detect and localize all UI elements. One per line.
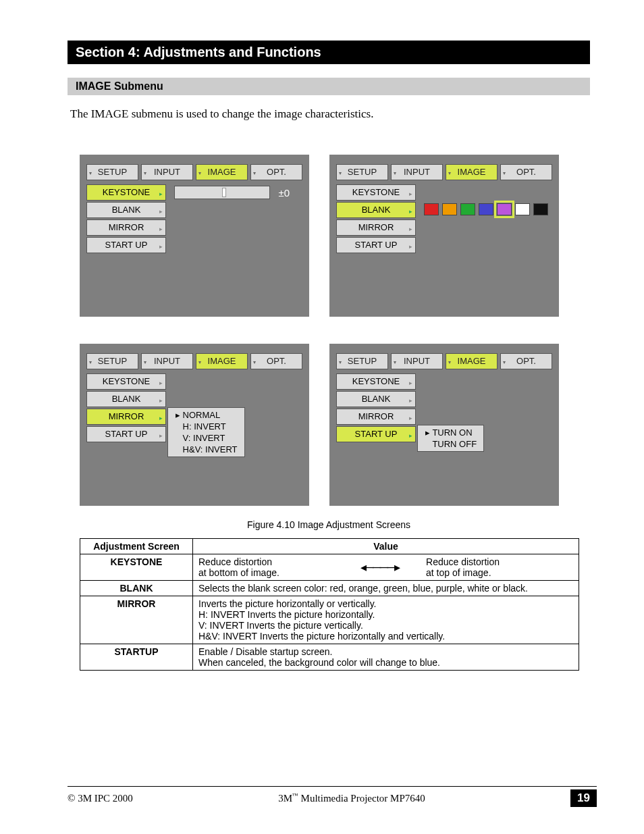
- menu-blank-label: BLANK: [362, 205, 391, 215]
- chevron-right-icon: ▸: [159, 204, 163, 219]
- cursor-icon: ▸: [425, 427, 430, 438]
- swatch-purple[interactable]: [497, 203, 512, 215]
- chevron-right-icon: ▸: [159, 221, 163, 236]
- mirror-option-label: H&V: INVERT: [180, 444, 238, 454]
- tab-setup[interactable]: SETUP: [86, 353, 138, 369]
- menu-keystone-label: KEYSTONE: [352, 376, 400, 386]
- row-startup-label: STARTUP: [80, 644, 193, 671]
- menu-keystone-label: KEYSTONE: [352, 187, 400, 197]
- swatch-white[interactable]: [515, 203, 530, 215]
- menu-blank[interactable]: BLANK▸: [336, 202, 416, 218]
- mirror-submenu[interactable]: ▸ NORMAL H: INVERT V: INVERT H&V: INVERT: [167, 407, 245, 457]
- mirror-option-label: V: INVERT: [180, 433, 225, 443]
- keystone-left-top: Reduce distortion: [198, 556, 333, 567]
- blank-color-row: [424, 203, 548, 215]
- panel-keystone: SETUP INPUT IMAGE OPT. KEYSTONE▸ BLANK▸ …: [80, 155, 309, 317]
- panel-mirror: SETUP INPUT IMAGE OPT. KEYSTONE▸ BLANK▸ …: [80, 344, 309, 506]
- menu-startup-label: START UP: [105, 240, 148, 250]
- tab-opt[interactable]: OPT.: [500, 353, 552, 369]
- table-row: BLANK Selects the blank screen color: re…: [80, 581, 579, 596]
- menu-startup-label: START UP: [355, 240, 398, 250]
- swatch-red[interactable]: [424, 203, 439, 215]
- menu-blank[interactable]: BLANK▸: [86, 391, 166, 407]
- chevron-right-icon: ▸: [159, 428, 163, 443]
- row-blank-label: BLANK: [80, 581, 193, 596]
- chevron-right-icon: ▸: [409, 375, 412, 390]
- menu-mirror[interactable]: MIRROR▸: [336, 409, 416, 425]
- chevron-right-icon: ▸: [409, 186, 412, 201]
- menu-keystone[interactable]: KEYSTONE▸: [86, 373, 166, 390]
- keystone-left-bot: at bottom of image.: [198, 567, 333, 578]
- menu-startup[interactable]: START UP▸: [86, 426, 166, 442]
- keystone-value: ±0: [278, 187, 290, 199]
- menu-startup[interactable]: START UP▸: [86, 237, 166, 253]
- page-footer: © 3M IPC 2000 3M™ Multimedia Projector M…: [68, 786, 597, 807]
- tab-input[interactable]: INPUT: [391, 164, 443, 180]
- startup-option[interactable]: ▸ TURN ON: [422, 427, 479, 438]
- menu-blank[interactable]: BLANK▸: [336, 391, 416, 407]
- startup-submenu[interactable]: ▸ TURN ON TURN OFF: [417, 425, 484, 452]
- tab-image[interactable]: IMAGE: [446, 353, 498, 369]
- mirror-option[interactable]: H: INVERT: [172, 421, 240, 432]
- mirror-l4: H&V: INVERT Inverts the picture horizont…: [198, 631, 573, 642]
- chevron-right-icon: ▸: [409, 411, 412, 425]
- menu-startup[interactable]: START UP▸: [336, 237, 416, 253]
- chevron-right-icon: ▸: [409, 239, 412, 254]
- tab-setup[interactable]: SETUP: [336, 164, 388, 180]
- menu-keystone[interactable]: KEYSTONE▸: [86, 184, 166, 201]
- adjustment-table: Adjustment Screen Value KEYSTONE Reduce …: [80, 538, 579, 671]
- menu-mirror[interactable]: MIRROR▸: [86, 409, 166, 425]
- swatch-blue[interactable]: [479, 203, 493, 215]
- swatch-orange[interactable]: [442, 203, 457, 215]
- menu-blank-label: BLANK: [362, 394, 391, 404]
- footer-copyright: © 3M IPC 2000: [68, 793, 133, 804]
- tab-setup[interactable]: SETUP: [336, 353, 388, 369]
- table-row: KEYSTONE Reduce distortion at bottom of …: [80, 554, 579, 581]
- menu-keystone[interactable]: KEYSTONE▸: [336, 373, 416, 390]
- tab-opt[interactable]: OPT.: [250, 353, 302, 369]
- tab-input[interactable]: INPUT: [141, 353, 193, 369]
- menu-startup-label: START UP: [355, 429, 398, 439]
- table-header-adjustment: Adjustment Screen: [80, 539, 193, 554]
- keystone-slider[interactable]: ±0: [174, 186, 290, 199]
- startup-option[interactable]: TURN OFF: [422, 438, 479, 450]
- footer-brand: 3M: [278, 793, 292, 804]
- menu-startup[interactable]: START UP▸: [336, 426, 416, 442]
- intro-text: The IMAGE submenu is used to change the …: [70, 107, 590, 121]
- swatch-black[interactable]: [533, 203, 548, 215]
- mirror-option-label: NORMAL: [180, 410, 220, 420]
- tab-setup[interactable]: SETUP: [86, 164, 138, 180]
- tab-image[interactable]: IMAGE: [196, 164, 248, 180]
- arrow-left-right-icon: ◂────▸: [360, 560, 399, 575]
- mirror-option[interactable]: ▸ NORMAL: [172, 409, 240, 421]
- startup-l1: Enable / Disable startup screen.: [198, 646, 573, 657]
- row-blank-value: Selects the blank screen color: red, ora…: [193, 581, 579, 596]
- tab-input[interactable]: INPUT: [391, 353, 443, 369]
- menu-mirror[interactable]: MIRROR▸: [336, 219, 416, 236]
- startup-l2: When canceled, the background color will…: [198, 657, 573, 668]
- tab-image[interactable]: IMAGE: [446, 164, 498, 180]
- tab-input[interactable]: INPUT: [141, 164, 193, 180]
- mirror-option[interactable]: V: INVERT: [172, 432, 240, 444]
- tab-image[interactable]: IMAGE: [196, 353, 248, 369]
- menu-mirror-label: MIRROR: [358, 411, 394, 421]
- menu-keystone-label: KEYSTONE: [103, 187, 151, 197]
- mirror-l2: H: INVERT Inverts the picture horizontal…: [198, 609, 573, 620]
- menu-startup-label: START UP: [105, 429, 148, 439]
- menu-mirror-label: MIRROR: [109, 222, 144, 232]
- figure-caption: Figure 4.10 Image Adjustment Screens: [68, 519, 590, 530]
- menu-keystone[interactable]: KEYSTONE▸: [336, 184, 416, 201]
- tab-opt[interactable]: OPT.: [500, 164, 552, 180]
- swatch-green[interactable]: [460, 203, 475, 215]
- menu-blank[interactable]: BLANK▸: [86, 202, 166, 218]
- tab-opt[interactable]: OPT.: [250, 164, 302, 180]
- chevron-right-icon: ▸: [409, 393, 412, 408]
- mirror-l1: Inverts the picture horizontally or vert…: [198, 598, 573, 609]
- chevron-right-icon: ▸: [159, 393, 163, 408]
- mirror-option[interactable]: H&V: INVERT: [172, 444, 240, 455]
- menu-mirror[interactable]: MIRROR▸: [86, 219, 166, 236]
- subsection-title: IMAGE Submenu: [68, 78, 590, 95]
- trademark-icon: ™: [292, 792, 298, 799]
- screens-grid: SETUP INPUT IMAGE OPT. KEYSTONE▸ BLANK▸ …: [80, 155, 590, 506]
- keystone-right-bot: at top of image.: [426, 567, 561, 578]
